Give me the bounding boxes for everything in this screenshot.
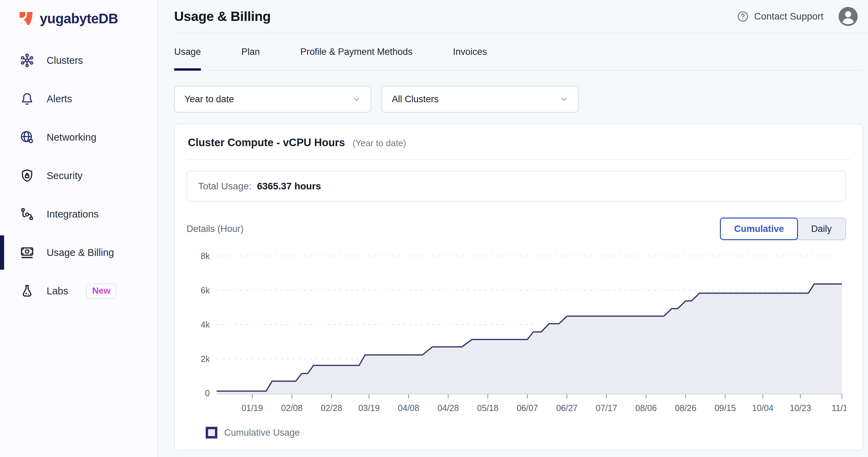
globe-gear-icon (19, 129, 35, 145)
card-divider (186, 159, 851, 160)
svg-text:0: 0 (205, 388, 210, 398)
shield-lock-icon (19, 168, 35, 184)
svg-text:07/17: 07/17 (596, 403, 617, 413)
page-header: Usage & Billing Contact Support (174, 0, 868, 34)
sidebar-item-networking[interactable]: Networking (0, 118, 157, 156)
sidebar-item-alerts[interactable]: Alerts (0, 80, 157, 118)
page-title: Usage & Billing (174, 9, 271, 24)
clusters-icon (19, 52, 35, 68)
tab-usage[interactable]: Usage (174, 34, 201, 70)
banknote-icon (19, 245, 35, 260)
billing-tabs: Usage Plan Profile & Payment Methods Inv… (174, 34, 863, 71)
view-toggle: Cumulative Daily (720, 218, 846, 240)
tab-label: Profile & Payment Methods (300, 47, 412, 57)
sidebar-item-label: Labs (47, 285, 68, 297)
cumulative-toggle-button[interactable]: Cumulative (720, 218, 798, 240)
sidebar-item-label: Clusters (47, 55, 83, 66)
svg-text:08/26: 08/26 (675, 403, 697, 413)
svg-text:2k: 2k (201, 354, 210, 364)
legend-label: Cumulative Usage (224, 427, 300, 438)
svg-text:10/04: 10/04 (752, 403, 774, 413)
clusters-select-value: All Clusters (392, 94, 439, 105)
total-usage-label: Total Usage: (198, 181, 252, 192)
yugabytedb-logo-icon (18, 10, 34, 27)
sidebar-item-usage-billing[interactable]: Usage & Billing (0, 233, 157, 272)
svg-text:09/15: 09/15 (714, 403, 736, 413)
logo-text: yugabyteDB (40, 11, 118, 26)
usage-chart: 02k4k6k8k01/1902/0802/2803/1904/0804/280… (186, 245, 846, 419)
main-content: Usage & Billing Contact Support Usage (158, 0, 868, 457)
period-select[interactable]: Year to date (174, 86, 371, 113)
svg-text:04/08: 04/08 (398, 403, 420, 413)
flask-icon (19, 283, 35, 299)
sidebar-item-security[interactable]: Security (0, 156, 157, 195)
usage-chart-container: 02k4k6k8k01/1902/0802/2803/1904/0804/280… (186, 245, 846, 421)
svg-text:8k: 8k (201, 251, 210, 261)
avatar-icon (839, 7, 858, 26)
tab-label: Plan (241, 47, 260, 57)
usage-card: Cluster Compute - vCPU Hours (Year to da… (174, 124, 863, 451)
svg-text:04/28: 04/28 (437, 403, 459, 413)
sidebar-item-labs[interactable]: Labs New (0, 272, 157, 310)
chevron-down-icon (559, 94, 569, 104)
tab-profile-payment-methods[interactable]: Profile & Payment Methods (300, 34, 412, 70)
sidebar-item-label: Integrations (47, 209, 99, 220)
labs-new-badge: New (86, 283, 117, 299)
daily-toggle-button[interactable]: Daily (795, 218, 846, 240)
legend-checkbox[interactable] (206, 427, 217, 438)
yugabytedb-logo[interactable]: yugabyteDB (0, 0, 157, 27)
clusters-select[interactable]: All Clusters (382, 86, 579, 113)
svg-text:02/28: 02/28 (321, 403, 342, 413)
sidebar-item-label: Alerts (47, 93, 72, 105)
contact-support-label: Contact Support (754, 11, 823, 22)
sidebar-item-label: Security (47, 170, 83, 181)
total-usage-value: 6365.37 hours (257, 181, 321, 192)
total-usage-box: Total Usage: 6365.37 hours (186, 171, 846, 202)
workflow-icon (19, 206, 35, 222)
sidebar-item-label: Networking (47, 132, 96, 143)
sidebar-item-label: Usage & Billing (47, 247, 114, 258)
filters-row: Year to date All Clusters (174, 86, 863, 113)
card-subtitle: (Year to date) (352, 138, 406, 149)
svg-text:05/18: 05/18 (477, 403, 499, 413)
svg-text:4k: 4k (201, 320, 210, 329)
user-avatar[interactable] (839, 7, 858, 26)
tab-plan[interactable]: Plan (241, 34, 260, 70)
svg-text:02/08: 02/08 (281, 403, 303, 413)
svg-text:6k: 6k (201, 285, 210, 295)
sidebar: yugabyteDB Clusters Alerts (0, 0, 158, 457)
svg-text:03/19: 03/19 (358, 403, 380, 413)
sidebar-nav: Clusters Alerts Networking (0, 41, 157, 310)
svg-text:06/27: 06/27 (556, 403, 578, 413)
card-title: Cluster Compute - vCPU Hours (188, 137, 345, 149)
help-icon (736, 10, 749, 23)
sidebar-item-integrations[interactable]: Integrations (0, 195, 157, 233)
svg-text:01/19: 01/19 (242, 403, 263, 413)
contact-support-button[interactable]: Contact Support (736, 10, 823, 23)
svg-text:06/07: 06/07 (517, 403, 538, 413)
bell-icon (19, 91, 35, 107)
sidebar-item-clusters[interactable]: Clusters (0, 41, 157, 80)
period-select-value: Year to date (184, 94, 234, 105)
details-label: Details (Hour) (186, 224, 244, 234)
tab-label: Invoices (453, 47, 487, 57)
chevron-down-icon (351, 94, 362, 104)
svg-text:11/13: 11/13 (832, 403, 846, 413)
svg-text:08/06: 08/06 (635, 403, 657, 413)
tab-label: Usage (174, 47, 201, 57)
svg-text:10/23: 10/23 (790, 403, 811, 413)
chart-legend: Cumulative Usage (206, 427, 846, 438)
tab-invoices[interactable]: Invoices (453, 34, 487, 70)
